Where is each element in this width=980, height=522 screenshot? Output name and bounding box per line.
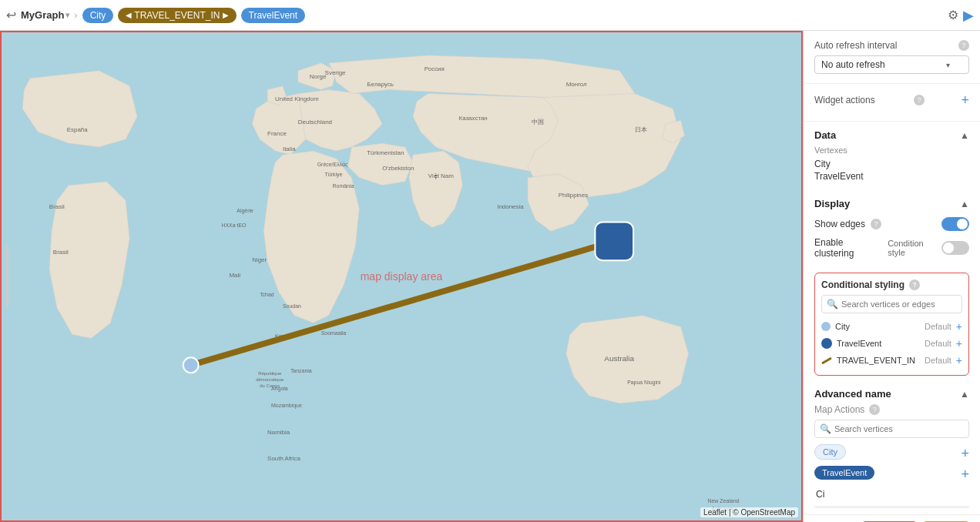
city-dot-icon xyxy=(821,322,831,331)
vertex-search-input[interactable] xyxy=(834,424,964,433)
auto-refresh-row: Auto refresh interval ? xyxy=(814,40,969,51)
svg-point-37 xyxy=(183,357,199,373)
display-section: Display ▲ Show edges ? Enable xyxy=(804,190,980,268)
cond-edge-default: Default xyxy=(925,356,951,365)
auto-refresh-section: Auto refresh interval ? No auto refresh … xyxy=(804,31,980,84)
edge-line-icon-wrapper xyxy=(821,360,832,362)
svg-text:HXXa·tEO: HXXa·tEO xyxy=(221,223,247,228)
advanced-collapse-icon: ▲ xyxy=(960,389,969,400)
enable-clustering-toggle[interactable] xyxy=(941,241,969,255)
svg-text:O'zbekiston: O'zbekiston xyxy=(382,165,414,172)
svg-text:Italia: Italia xyxy=(283,146,296,152)
topbar: ↩ MyGraph ▾ › City TRAVEL_EVENT_IN Trave… xyxy=(0,0,980,31)
back-icon[interactable]: ↩ xyxy=(6,8,16,22)
cond-info-icon[interactable]: ? xyxy=(909,279,920,290)
show-edges-row: Show edges ? xyxy=(814,214,969,234)
map-actions-text: Map Actions xyxy=(814,404,864,415)
widget-actions-add-btn[interactable]: + xyxy=(961,93,969,107)
svg-text:Türkiye: Türkiye xyxy=(325,172,343,178)
bottom-buttons: Discard Apply xyxy=(804,514,980,522)
advanced-name-section: Advanced name ▲ Map Actions ? 🔍 City + xyxy=(804,380,980,514)
vertex-search-icon: 🔍 xyxy=(820,423,831,434)
svg-text:Australia: Australia xyxy=(604,354,634,363)
svg-text:du Congo: du Congo xyxy=(260,383,280,388)
display-section-title: Display xyxy=(814,198,850,209)
auto-refresh-info-icon[interactable]: ? xyxy=(958,40,969,51)
graph-chevron: ▾ xyxy=(65,11,69,19)
cond-search-box[interactable]: 🔍 xyxy=(821,295,962,313)
conditional-styling-label: Conditional styling xyxy=(821,279,904,290)
show-edges-info-icon[interactable]: ? xyxy=(871,219,881,229)
data-section: Data ▲ Vertexes City TravelEvent xyxy=(804,122,980,190)
map-actions-info-icon[interactable]: ? xyxy=(869,404,880,415)
vertex-search-box[interactable]: 🔍 xyxy=(814,420,969,438)
travel-tag-row: TravelEvent + xyxy=(814,466,969,483)
svg-text:Soudan: Soudan xyxy=(283,303,301,309)
scroll-hint xyxy=(814,506,969,508)
display-section-header[interactable]: Display ▲ xyxy=(804,190,980,214)
svg-text:France: France xyxy=(267,130,287,137)
cond-city-add-btn[interactable]: + xyxy=(956,320,962,333)
map-scale xyxy=(6,246,8,307)
city-vertex-tag[interactable]: City xyxy=(814,444,846,460)
cond-travel-add-btn[interactable]: + xyxy=(956,337,962,350)
cond-search-input[interactable] xyxy=(841,299,957,309)
ci-label-text: Ci xyxy=(816,489,824,500)
svg-text:Niger: Niger xyxy=(252,256,267,263)
cond-edge-name: TRAVEL_EVENT_IN xyxy=(837,356,915,365)
auto-refresh-select[interactable]: No auto refresh ▾ xyxy=(814,55,969,74)
graph-selector[interactable]: MyGraph ▾ xyxy=(21,9,69,21)
svg-text:日本: 日本 xyxy=(635,126,647,133)
cond-city-right: Default + xyxy=(925,320,962,333)
cond-travel-default: Default xyxy=(925,339,951,348)
cond-edge-add-btn[interactable]: + xyxy=(956,354,962,366)
gear-icon[interactable]: ⚙ xyxy=(948,8,958,22)
ci-label-row: Ci xyxy=(814,486,969,503)
svg-text:Tanzania: Tanzania xyxy=(290,368,312,373)
svg-text:România: România xyxy=(333,183,354,189)
svg-text:Grèce/Ελλάς: Grèce/Ελλάς xyxy=(317,162,348,168)
cond-item-travel-left: TravelEvent xyxy=(821,338,881,349)
svg-text:Namibia: Namibia xyxy=(267,429,290,436)
conditional-styling-title: Conditional styling ? xyxy=(821,279,962,290)
svg-text:South Africa: South Africa xyxy=(267,455,300,462)
breadcrumb-edge[interactable]: TRAVEL_EVENT_IN xyxy=(118,8,236,23)
widget-actions-section: Widget actions ? + xyxy=(804,84,980,122)
widget-actions-row: Widget actions ? + xyxy=(814,93,969,107)
data-section-header[interactable]: Data ▲ xyxy=(804,122,980,146)
edge-line-icon xyxy=(821,356,832,364)
svg-text:Brasil: Brasil xyxy=(53,249,69,256)
select-chevron-icon: ▾ xyxy=(946,61,950,69)
cond-item-edge-left: TRAVEL_EVENT_IN xyxy=(821,356,915,365)
widget-actions-info-icon[interactable]: ? xyxy=(914,95,925,105)
auto-refresh-value: No auto refresh xyxy=(821,59,885,70)
advanced-name-title: Advanced name xyxy=(814,388,891,400)
show-edges-text: Show edges xyxy=(814,219,865,229)
travel-tag-add-btn[interactable]: + xyxy=(961,467,969,481)
enable-clustering-label: Enable clustering Condition style xyxy=(814,237,941,259)
play-button[interactable]: ▶ xyxy=(963,7,974,24)
breadcrumb-city[interactable]: City xyxy=(82,8,114,23)
map-area[interactable]: United Kingdom Deutschland France Italia… xyxy=(0,31,803,522)
data-section-title: Data xyxy=(814,129,836,141)
show-edges-knob xyxy=(957,219,968,229)
travel-vertex-tag[interactable]: TravelEvent xyxy=(814,466,874,480)
separator: › xyxy=(74,9,77,21)
right-sidebar: Auto refresh interval ? No auto refresh … xyxy=(803,31,980,522)
city-tag-add-btn[interactable]: + xyxy=(961,447,969,460)
svg-text:Norge: Norge xyxy=(310,73,327,80)
map-attribution: Leaflet | © OpenStreetMap xyxy=(700,507,798,517)
cond-item-city: City Default + xyxy=(821,318,962,335)
advanced-name-body: Map Actions ? 🔍 City + TravelEvent + xyxy=(804,404,980,514)
widget-actions-label: Widget actions xyxy=(814,95,875,105)
svg-text:Казахстан: Казахстан xyxy=(459,115,488,122)
advanced-name-header[interactable]: Advanced name ▲ xyxy=(804,380,980,404)
svg-text:中国: 中国 xyxy=(532,119,544,125)
svg-text:Soomaalia: Soomaalia xyxy=(321,330,347,336)
svg-text:Papua Niugini: Papua Niugini xyxy=(627,380,661,386)
cond-travel-right: Default + xyxy=(925,337,962,350)
show-edges-toggle[interactable] xyxy=(941,217,969,231)
vertex-travelevent: TravelEvent xyxy=(814,170,969,182)
breadcrumb-travelevent[interactable]: TravelEvent xyxy=(241,8,306,23)
svg-text:Sverige: Sverige xyxy=(325,69,346,76)
